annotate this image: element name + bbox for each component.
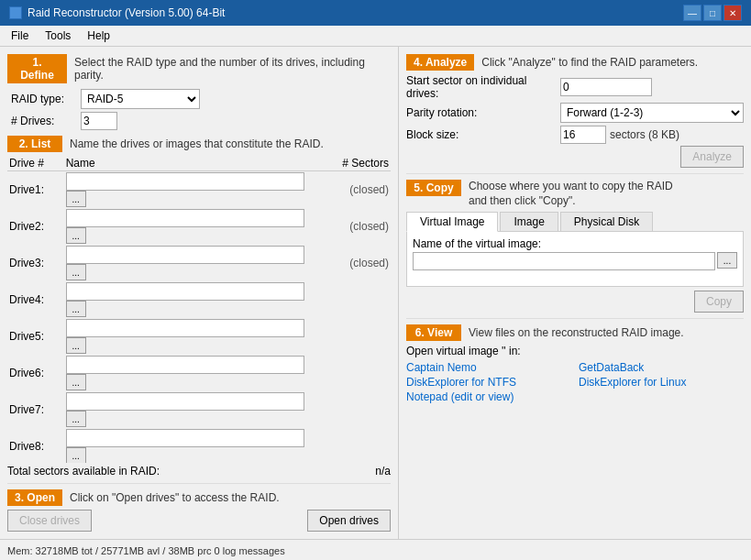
maximize-button[interactable]: □ bbox=[703, 5, 722, 21]
table-row: Drive6: ... bbox=[7, 355, 391, 391]
drive-status-1: (closed) bbox=[312, 171, 391, 209]
minimize-button[interactable]: — bbox=[683, 5, 701, 21]
drive-browse-btn-6[interactable]: ... bbox=[66, 374, 86, 390]
drive-status-7 bbox=[312, 391, 391, 428]
list-section: 2. List Name the drives or images that c… bbox=[7, 136, 391, 478]
open-badge: 3. Open bbox=[7, 489, 62, 506]
link-notepad[interactable]: Notepad (edit or view) bbox=[406, 390, 571, 403]
analyze-grid: Start sector on individual drives: Parit… bbox=[406, 74, 744, 144]
open-buttons: Close drives Open drives bbox=[7, 510, 391, 532]
drive-input-2[interactable] bbox=[66, 209, 304, 227]
drive-input-4[interactable] bbox=[66, 282, 304, 301]
tab-image[interactable]: Image bbox=[500, 212, 558, 231]
analyze-header: 4. Analyze Click "Analyze" to find the R… bbox=[406, 54, 744, 71]
menu-tools[interactable]: Tools bbox=[38, 27, 78, 44]
raid-type-label: RAID type: bbox=[11, 93, 75, 105]
tab-virtual-image[interactable]: Virtual Image bbox=[406, 212, 498, 232]
tab-content: Name of the virtual image: ... bbox=[406, 232, 744, 287]
link-diskexplorer-linux[interactable]: DiskExplorer for Linux bbox=[579, 376, 744, 389]
define-header: 1. Define Select the RAID type and the n… bbox=[7, 54, 391, 83]
drive-browse-btn-7[interactable]: ... bbox=[66, 411, 86, 427]
close-drives-button[interactable]: Close drives bbox=[7, 510, 92, 532]
virtual-image-label: Name of the virtual image: bbox=[413, 237, 737, 250]
main-content: 1. Define Select the RAID type and the n… bbox=[0, 47, 751, 539]
app-icon bbox=[9, 6, 22, 19]
drive-input-cell: ... bbox=[64, 281, 312, 318]
view-description: View files on the reconstructed RAID ima… bbox=[469, 326, 684, 339]
start-sector-value-row bbox=[560, 78, 744, 96]
drive-label: Drive6: bbox=[7, 355, 64, 391]
link-getdataback[interactable]: GetDataBack bbox=[579, 361, 744, 374]
virtual-image-browse-button[interactable]: ... bbox=[717, 252, 737, 269]
drive-input-1[interactable] bbox=[66, 172, 304, 191]
drive-input-6[interactable] bbox=[66, 356, 304, 374]
raid-type-row: RAID type: RAID-5 RAID-0 RAID-6 JBOD bbox=[11, 89, 391, 109]
drive-status-6 bbox=[312, 355, 391, 391]
view-open-text: Open virtual image '' in: bbox=[406, 345, 744, 357]
list-badge: 2. List bbox=[7, 136, 62, 152]
drive-input-cell: ... bbox=[64, 355, 312, 391]
open-drives-button[interactable]: Open drives bbox=[307, 510, 391, 532]
drive-status-8 bbox=[312, 428, 391, 463]
drive-browse-btn-4[interactable]: ... bbox=[66, 301, 86, 317]
drive-browse-btn-1[interactable]: ... bbox=[66, 191, 86, 207]
analyze-section: 4. Analyze Click "Analyze" to find the R… bbox=[406, 54, 744, 174]
drive-input-5[interactable] bbox=[66, 319, 304, 337]
window-title: Raid Reconstructor (Version 5.00) 64-Bit bbox=[28, 6, 225, 19]
copy-button[interactable]: Copy bbox=[694, 291, 744, 313]
col-sectors: # Sectors bbox=[312, 156, 391, 171]
link-captain-nemo[interactable]: Captain Nemo bbox=[406, 361, 571, 374]
list-header: 2. List Name the drives or images that c… bbox=[7, 136, 391, 152]
drive-browse-btn-3[interactable]: ... bbox=[66, 264, 86, 280]
status-bar: Mem: 32718MB tot / 25771MB avl / 38MB pr… bbox=[0, 539, 751, 560]
define-description: Select the RAID type and the number of i… bbox=[74, 56, 391, 82]
start-sector-label: Start sector on individual drives: bbox=[406, 74, 553, 100]
link-diskexplorer-ntfs[interactable]: DiskExplorer for NTFS bbox=[406, 376, 571, 389]
define-section: 1. Define Select the RAID type and the n… bbox=[7, 54, 391, 130]
tabs: Virtual Image Image Physical Disk bbox=[406, 212, 744, 232]
analyze-description: Click "Analyze" to find the RAID paramet… bbox=[481, 56, 698, 69]
virtual-image-row: ... bbox=[413, 252, 737, 270]
block-size-input[interactable] bbox=[560, 126, 606, 144]
view-links: Captain Nemo GetDataBack DiskExplorer fo… bbox=[406, 361, 744, 403]
menu-bar: File Tools Help bbox=[0, 26, 751, 47]
parity-rotation-select[interactable]: Forward (1-2-3) Backward (1-3-2) None bbox=[560, 103, 744, 123]
parity-rotation-label: Parity rotation: bbox=[406, 106, 553, 119]
drive-label: Drive7: bbox=[7, 391, 64, 428]
start-sector-input[interactable] bbox=[560, 78, 652, 96]
analyze-badge: 4. Analyze bbox=[406, 54, 474, 71]
drives-input[interactable]: 3 bbox=[81, 112, 117, 130]
view-header: 6. View View files on the reconstructed … bbox=[406, 324, 744, 341]
tabs-container: Virtual Image Image Physical Disk Name o… bbox=[406, 212, 744, 287]
drive-label: Drive1: bbox=[7, 171, 64, 209]
drives-row: # Drives: 3 bbox=[11, 112, 391, 130]
copy-description: Choose where you want to copy the RAIDan… bbox=[469, 180, 673, 208]
drive-input-3[interactable] bbox=[66, 246, 304, 264]
table-row: Drive3: ... (closed) bbox=[7, 245, 391, 281]
drive-input-7[interactable] bbox=[66, 392, 304, 411]
table-row: Drive2: ... (closed) bbox=[7, 208, 391, 245]
raid-type-select[interactable]: RAID-5 RAID-0 RAID-6 JBOD bbox=[81, 89, 200, 109]
close-button[interactable]: ✕ bbox=[723, 5, 742, 21]
virtual-image-input[interactable] bbox=[413, 252, 715, 270]
drive-status-3: (closed) bbox=[312, 245, 391, 281]
menu-help[interactable]: Help bbox=[80, 27, 117, 44]
menu-file[interactable]: File bbox=[4, 27, 36, 44]
drive-browse-btn-8[interactable]: ... bbox=[66, 447, 86, 463]
drives-table: Drive # Name # Sectors Drive1: ... (clos… bbox=[7, 156, 391, 463]
analyze-button[interactable]: Analyze bbox=[680, 146, 744, 168]
drives-label: # Drives: bbox=[11, 115, 75, 127]
table-row: Drive4: ... bbox=[7, 281, 391, 318]
drive-input-cell: ... bbox=[64, 318, 312, 355]
tab-physical-disk[interactable]: Physical Disk bbox=[560, 212, 653, 231]
drive-browse-btn-2[interactable]: ... bbox=[66, 227, 86, 244]
copy-header: 5. Copy Choose where you want to copy th… bbox=[406, 180, 744, 208]
table-row: Drive1: ... (closed) bbox=[7, 171, 391, 209]
drive-input-8[interactable] bbox=[66, 429, 304, 447]
drive-label: Drive8: bbox=[7, 428, 64, 463]
copy-section: 5. Copy Choose where you want to copy th… bbox=[406, 180, 744, 319]
open-section: 3. Open Click on "Open drives" to access… bbox=[7, 483, 391, 532]
drive-input-cell: ... bbox=[64, 391, 312, 428]
drive-browse-btn-5[interactable]: ... bbox=[66, 337, 86, 354]
copy-badge: 5. Copy bbox=[406, 180, 461, 196]
